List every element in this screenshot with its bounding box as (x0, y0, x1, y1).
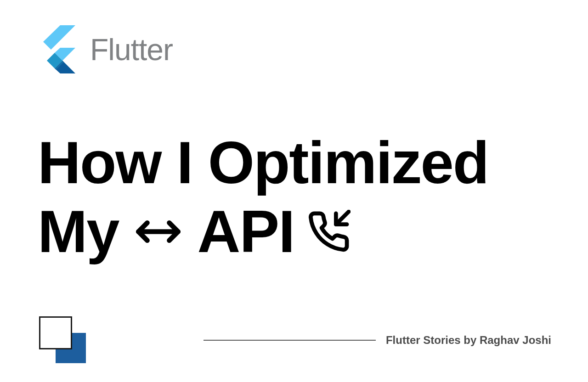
byline-text: Flutter Stories by Raghav Joshi (386, 334, 551, 347)
title-line-1: How I Optimized (38, 129, 488, 197)
footer-byline-area: Flutter Stories by Raghav Joshi (204, 334, 551, 347)
title-word-my: My (38, 197, 119, 266)
flutter-logo-icon (36, 25, 75, 74)
brand-name: Flutter (90, 32, 173, 67)
phone-incoming-icon (307, 210, 351, 253)
author-logo-icon (39, 316, 86, 364)
title-word-api: API (198, 197, 294, 266)
flutter-logo: Flutter (36, 25, 173, 74)
page-title: How I Optimized My API (38, 129, 543, 266)
divider (204, 340, 376, 341)
swap-horizontal-icon (132, 205, 185, 258)
footer: Flutter Stories by Raghav Joshi (39, 316, 551, 364)
